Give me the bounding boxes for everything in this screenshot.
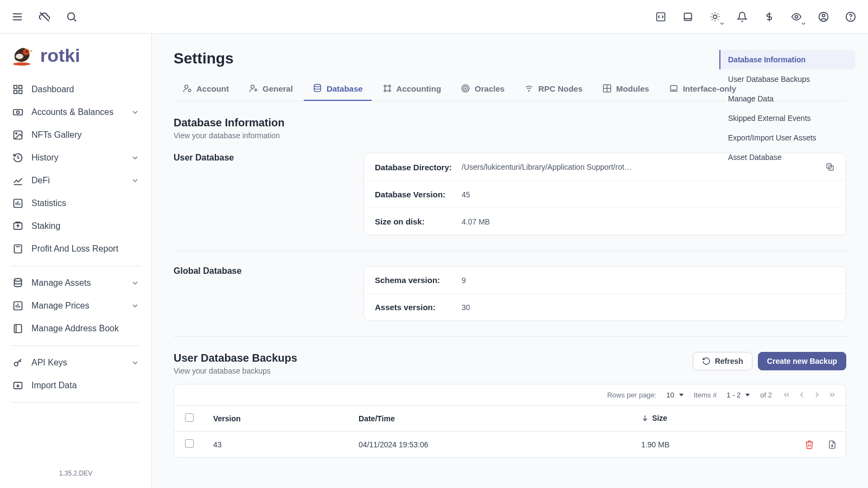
refresh-button[interactable]: Refresh	[693, 352, 752, 370]
last-page-button[interactable]	[827, 390, 837, 400]
bar-chart-icon	[12, 300, 24, 312]
svg-line-13	[718, 19, 718, 20]
anchor-skipped-external-events[interactable]: Skipped External Events	[719, 108, 855, 128]
svg-point-74	[389, 85, 391, 87]
search-button[interactable]	[65, 10, 78, 23]
next-page-button[interactable]	[812, 390, 822, 400]
sidebar-item-manage-address-book[interactable]: Manage Address Book	[4, 317, 147, 340]
sidebar-item-staking[interactable]: Staking	[4, 215, 147, 237]
tab-general[interactable]: General	[240, 78, 302, 101]
help-button[interactable]	[844, 10, 857, 23]
select-all-checkbox[interactable]	[185, 413, 194, 422]
image-icon	[12, 129, 24, 141]
row-checkbox[interactable]	[185, 439, 194, 448]
svg-point-84	[528, 91, 529, 92]
delete-backup-button[interactable]	[805, 440, 814, 450]
code-icon[interactable]	[654, 10, 667, 23]
sidebar-item-defi[interactable]: DeFi	[4, 169, 147, 192]
tab-database[interactable]: Database	[304, 78, 372, 101]
calc-icon	[12, 243, 24, 255]
svg-point-35	[16, 133, 17, 134]
sidebar-item-history[interactable]: History	[4, 146, 147, 169]
sidebar-item-label: Accounts & Balances	[31, 107, 113, 117]
svg-point-21	[822, 14, 825, 17]
key-icon	[12, 357, 24, 369]
svg-point-83	[465, 88, 466, 89]
sidebar-item-profit-and-loss-report[interactable]: Profit And Loss Report	[4, 237, 147, 260]
note-icon[interactable]	[681, 10, 694, 23]
svg-rect-42	[14, 245, 21, 253]
svg-point-67	[255, 89, 257, 91]
sidebar-item-statistics[interactable]: Statistics	[4, 192, 147, 215]
svg-rect-6	[657, 12, 665, 21]
chevron-down-icon	[131, 108, 139, 117]
svg-marker-92	[679, 394, 684, 396]
user-settings-icon	[182, 84, 192, 93]
account-button[interactable]	[817, 10, 830, 23]
tab-modules[interactable]: Modules	[593, 78, 658, 101]
topbar	[0, 0, 868, 34]
user-gear-icon	[248, 84, 258, 93]
svg-point-27	[16, 54, 23, 59]
schema-version-label: Schema version:	[375, 275, 462, 285]
sidebar-item-import-data[interactable]: Import Data	[4, 374, 147, 397]
cell-size: 1.90 MB	[633, 432, 781, 458]
divider	[11, 345, 141, 346]
db-directory-label: Database Directory:	[375, 163, 462, 172]
svg-rect-7	[684, 13, 691, 20]
menu-toggle-button[interactable]	[11, 10, 24, 23]
sidebar-item-manage-assets[interactable]: Manage Assets	[4, 272, 147, 294]
currency-button[interactable]	[763, 10, 776, 23]
sidebar-item-api-keys[interactable]: API Keys	[4, 351, 147, 374]
svg-point-75	[384, 90, 386, 92]
sidebar-item-label: Manage Address Book	[31, 324, 119, 333]
notifications-button[interactable]	[736, 10, 749, 23]
schema-version-value: 9	[462, 276, 835, 285]
col-size[interactable]: Size	[633, 406, 781, 432]
anchor-asset-database[interactable]: Asset Database	[719, 147, 855, 167]
col-datetime[interactable]: Date/Time	[350, 406, 633, 432]
anchor-user-database-backups[interactable]: User Database Backups	[719, 69, 855, 89]
anchor-export-import-user-assets[interactable]: Export/Import User Assets	[719, 128, 855, 147]
sidebar-item-label: Manage Prices	[31, 301, 90, 311]
db-size-label: Size on disk:	[375, 217, 462, 226]
sidebar-item-dashboard[interactable]: Dashboard	[4, 78, 147, 101]
svg-line-12	[712, 14, 712, 14]
cloud-off-icon[interactable]	[38, 10, 51, 23]
prev-page-button[interactable]	[797, 390, 807, 400]
sort-desc-icon	[641, 414, 649, 422]
sidebar-item-manage-prices[interactable]: Manage Prices	[4, 294, 147, 317]
svg-rect-28	[14, 86, 17, 89]
chart-line-icon	[12, 175, 24, 187]
divider	[11, 402, 141, 403]
create-backup-button[interactable]: Create new Backup	[758, 352, 846, 370]
tab-rpc-nodes[interactable]: RPC Nodes	[515, 78, 591, 101]
rows-per-page-select[interactable]: 10	[666, 391, 684, 399]
svg-rect-31	[14, 91, 17, 94]
privacy-toggle-button[interactable]	[790, 10, 803, 23]
logo-icon	[10, 43, 34, 67]
tab-accounting[interactable]: Accounting	[374, 78, 450, 101]
col-version[interactable]: Version	[205, 406, 350, 432]
tab-account[interactable]: Account	[174, 78, 238, 101]
sidebar-item-label: NFTs Gallery	[31, 130, 81, 140]
divider	[11, 266, 141, 266]
sidebar-item-nfts-gallery[interactable]: NFTs Gallery	[4, 124, 147, 146]
refresh-icon	[702, 357, 711, 365]
anchor-manage-data[interactable]: Manage Data	[719, 89, 855, 108]
theme-toggle-button[interactable]	[709, 10, 722, 23]
create-backup-label: Create new Backup	[767, 357, 837, 365]
database-icon	[12, 277, 24, 289]
first-page-button[interactable]	[782, 390, 792, 400]
sidebar-item-accounts-balances[interactable]: Accounts & Balances	[4, 101, 147, 124]
svg-rect-88	[671, 86, 677, 90]
wifi-icon	[524, 84, 534, 93]
dashboard-icon	[12, 84, 24, 95]
tab-oracles[interactable]: Oracles	[452, 78, 513, 101]
download-backup-button[interactable]	[827, 440, 837, 450]
cell-version: 43	[205, 432, 350, 458]
anchor-database-information[interactable]: Database Information	[719, 50, 855, 69]
svg-point-76	[389, 90, 391, 92]
app-version-label: 1.35.2.DEV	[0, 463, 151, 488]
items-range-select[interactable]: 1 - 2	[726, 391, 750, 399]
